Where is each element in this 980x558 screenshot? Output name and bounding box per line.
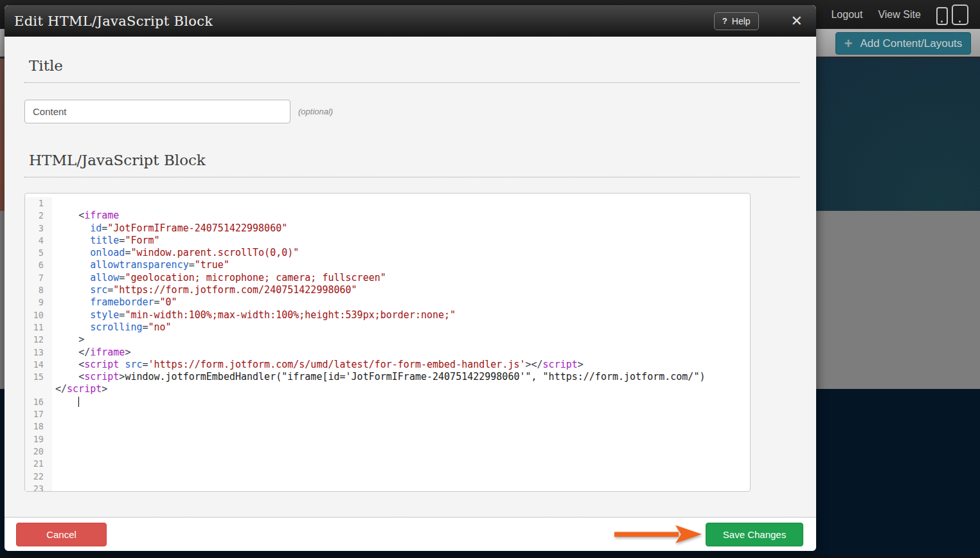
edit-html-block-modal: Edit HTML/JavaScript Block ? Help ✕ Titl… — [4, 5, 816, 551]
help-label: Help — [732, 16, 751, 26]
phone-preview-icon[interactable] — [936, 7, 948, 25]
topbar-links: t Logout View Site — [813, 0, 968, 29]
divider — [24, 177, 799, 177]
code-line: 12 > — [25, 334, 750, 346]
code-line: 22 — [25, 471, 750, 483]
page: t Logout View Site + Add Content/Layouts… — [0, 0, 980, 558]
code-lines: 12 <iframe3 id="JotFormIFrame-2407514229… — [25, 197, 750, 492]
code-line: 18 — [25, 420, 750, 433]
code-line: 3 id="JotFormIFrame-240751422998060" — [25, 222, 750, 235]
cancel-button[interactable]: Cancel — [16, 523, 107, 546]
code-line: 4 title="Form" — [25, 235, 750, 247]
close-icon[interactable]: ✕ — [787, 13, 806, 30]
question-mark-icon: ? — [722, 16, 727, 26]
view-site-link[interactable]: View Site — [878, 9, 920, 21]
code-line: 5 onload="window.parent.scrollTo(0,0)" — [25, 247, 750, 259]
code-line: 19 — [25, 433, 750, 446]
code-line: 17 — [25, 408, 750, 420]
logout-link[interactable]: Logout — [831, 9, 862, 21]
title-input-row: (optional) — [24, 100, 799, 123]
code-line: 15 <script>window.jotformEmbedHandler("i… — [25, 371, 750, 383]
add-content-layouts-button[interactable]: + Add Content/Layouts — [835, 32, 971, 55]
code-line: 16 — [25, 396, 750, 408]
code-line: 10 style="min-width:100%;max-width:100%;… — [25, 309, 750, 321]
plus-icon: + — [844, 37, 853, 51]
modal-body: Title (optional) HTML/JavaScript Block 1… — [4, 37, 816, 517]
code-line: 9 frameborder="0" — [25, 296, 750, 309]
code-line: 2 <iframe — [25, 210, 750, 222]
site-bottom-strip — [0, 554, 980, 558]
modal-title: Edit HTML/JavaScript Block — [14, 14, 213, 29]
title-input[interactable] — [24, 100, 290, 123]
optional-note: (optional) — [298, 107, 333, 116]
code-line: 13 </iframe> — [25, 346, 750, 359]
code-line: 11 scrolling="no" — [25, 321, 750, 334]
modal-footer: Cancel Save Changes — [4, 517, 816, 551]
code-line: 8 src="https://form.jotform.com/24075142… — [25, 284, 750, 296]
code-line: 21 — [25, 458, 750, 470]
code-line: 1 — [25, 197, 750, 210]
save-changes-button[interactable]: Save Changes — [706, 523, 803, 546]
code-line: 20 — [25, 446, 750, 458]
help-button[interactable]: ? Help — [714, 12, 759, 30]
modal-header: Edit HTML/JavaScript Block ? Help ✕ — [4, 5, 816, 37]
code-line: </script> — [25, 383, 750, 395]
block-section-heading: HTML/JavaScript Block — [24, 152, 799, 168]
code-line: 14 <script src='https://form.jotform.com… — [25, 359, 750, 371]
device-preview-icons — [936, 4, 968, 25]
add-content-layouts-label: Add Content/Layouts — [860, 37, 963, 50]
divider — [24, 82, 799, 83]
tablet-preview-icon[interactable] — [952, 4, 968, 25]
title-section-heading: Title — [24, 57, 799, 74]
code-line: 23 — [25, 483, 750, 492]
annotation-arrow-icon — [614, 525, 702, 543]
code-editor[interactable]: 12 <iframe3 id="JotFormIFrame-2407514229… — [24, 193, 751, 492]
code-line: 7 allow="geolocation; microphone; camera… — [25, 272, 750, 284]
code-line: 6 allowtransparency="true" — [25, 259, 750, 271]
